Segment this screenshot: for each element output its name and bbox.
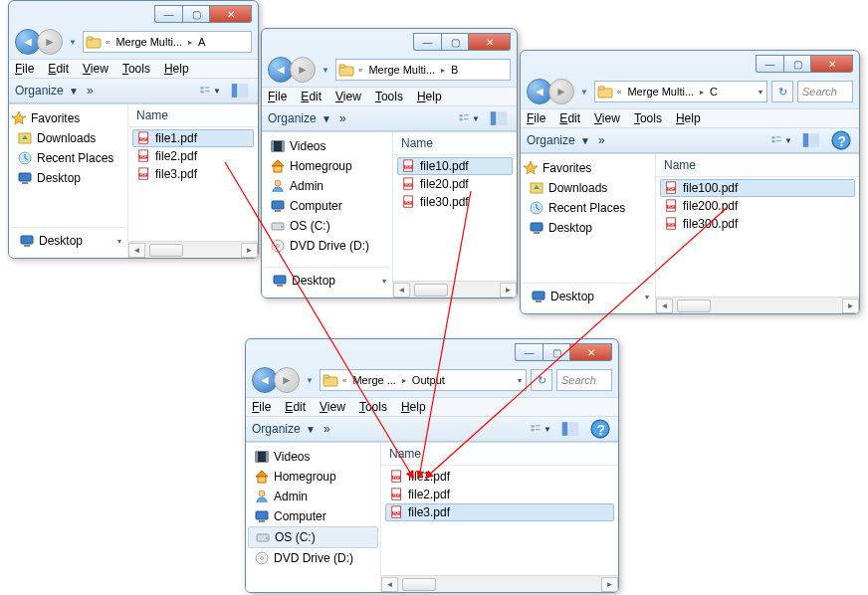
- nav-forward-button[interactable]: ►: [290, 57, 316, 83]
- nav-downloads[interactable]: Downloads: [523, 178, 653, 198]
- preview-pane-icon[interactable]: [487, 109, 511, 127]
- breadcrumb-current[interactable]: Output: [408, 374, 449, 386]
- menu-view[interactable]: View: [83, 62, 108, 76]
- menu-view[interactable]: View: [594, 111, 620, 125]
- nav-history-dropdown[interactable]: ▼: [67, 29, 79, 55]
- nav-history-dropdown[interactable]: ▼: [578, 79, 590, 104]
- file-row[interactable]: file2.pdf: [132, 147, 254, 165]
- file-row[interactable]: file300.pdf: [660, 215, 855, 233]
- file-row[interactable]: file1.pdf: [132, 129, 254, 147]
- nav-videos[interactable]: Videos: [248, 447, 378, 467]
- nav-dvd-d[interactable]: DVD Drive (D:): [248, 548, 378, 568]
- toolbar-more[interactable]: »: [339, 111, 346, 125]
- column-header-name[interactable]: Name: [128, 104, 258, 127]
- column-header-name[interactable]: Name: [393, 132, 517, 155]
- organize-menu[interactable]: Organize ▼: [252, 422, 316, 436]
- refresh-button[interactable]: ↻: [771, 81, 793, 102]
- nav-forward-button[interactable]: ►: [37, 29, 63, 55]
- maximize-button[interactable]: ▢: [783, 55, 811, 73]
- menu-file[interactable]: File: [268, 90, 287, 103]
- minimize-button[interactable]: —: [515, 343, 542, 361]
- breadcrumb-current[interactable]: B: [447, 64, 462, 76]
- menu-view[interactable]: View: [320, 400, 345, 414]
- breadcrumb-current[interactable]: C: [706, 86, 722, 98]
- menu-edit[interactable]: Edit: [301, 90, 322, 103]
- file-row[interactable]: file1.pdf: [385, 468, 614, 486]
- minimize-button[interactable]: —: [154, 5, 182, 23]
- help-icon[interactable]: [829, 131, 853, 149]
- organize-menu[interactable]: Organize ▼: [268, 111, 331, 125]
- address-bar[interactable]: « Merge Multi... ▸ C ▾: [594, 81, 767, 102]
- file-row[interactable]: file30.pdf: [397, 193, 513, 211]
- menu-tools[interactable]: Tools: [122, 62, 150, 76]
- nav-history-dropdown[interactable]: ▼: [320, 57, 331, 83]
- search-input[interactable]: Search: [556, 369, 612, 391]
- address-bar[interactable]: « Merge Multi... ▸ B: [335, 59, 511, 81]
- nav-downloads[interactable]: Downloads: [11, 128, 125, 148]
- menu-file[interactable]: File: [527, 111, 545, 125]
- view-mode-icon[interactable]: ▼: [457, 109, 481, 127]
- breadcrumb-parent[interactable]: Merge ...: [348, 374, 399, 386]
- nav-dvd-d[interactable]: DVD Drive (D:): [264, 236, 390, 256]
- horizontal-scrollbar[interactable]: ◄►: [393, 281, 517, 298]
- nav-computer[interactable]: Computer: [248, 506, 378, 526]
- horizontal-scrollbar[interactable]: ◄►: [656, 297, 859, 313]
- organize-menu[interactable]: Organize ▼: [15, 84, 79, 98]
- nav-os-c[interactable]: OS (C:): [248, 526, 378, 548]
- help-icon[interactable]: [588, 420, 612, 438]
- organize-menu[interactable]: Organize ▼: [527, 133, 590, 147]
- nav-desktop[interactable]: Desktop: [523, 218, 653, 238]
- menu-file[interactable]: File: [252, 400, 271, 414]
- nav-admin[interactable]: Admin: [264, 176, 390, 196]
- view-mode-icon[interactable]: ▼: [769, 131, 793, 149]
- breadcrumb-parent[interactable]: Merge Multi...: [364, 64, 439, 76]
- preview-pane-icon[interactable]: [228, 82, 252, 99]
- menu-help[interactable]: Help: [417, 90, 442, 103]
- menu-help[interactable]: Help: [676, 111, 701, 125]
- close-button[interactable]: ✕: [469, 33, 511, 51]
- menu-help[interactable]: Help: [401, 400, 426, 414]
- nav-homegroup[interactable]: Homegroup: [264, 156, 390, 176]
- menu-help[interactable]: Help: [164, 62, 189, 76]
- nav-history-dropdown[interactable]: ▼: [304, 367, 316, 393]
- view-mode-icon[interactable]: ▼: [198, 82, 222, 99]
- menu-tools[interactable]: Tools: [375, 90, 403, 103]
- breadcrumb-parent[interactable]: Merge Multi...: [623, 86, 698, 98]
- breadcrumb-parent[interactable]: Merge Multi...: [111, 36, 186, 48]
- nav-homegroup[interactable]: Homegroup: [248, 467, 378, 487]
- maximize-button[interactable]: ▢: [441, 33, 469, 51]
- file-row[interactable]: file3.pdf: [385, 503, 614, 521]
- menu-edit[interactable]: Edit: [559, 111, 580, 125]
- search-input[interactable]: Search: [797, 81, 853, 102]
- nav-computer[interactable]: Computer: [264, 196, 390, 216]
- menu-tools[interactable]: Tools: [634, 111, 662, 125]
- nav-favorites-header[interactable]: Favorites: [523, 158, 653, 178]
- nav-desktop[interactable]: Desktop: [11, 168, 125, 188]
- maximize-button[interactable]: ▢: [542, 343, 570, 361]
- file-row[interactable]: file10.pdf: [397, 157, 513, 175]
- nav-videos[interactable]: Videos: [264, 136, 390, 156]
- preview-pane-icon[interactable]: [558, 420, 582, 438]
- nav-recent-places[interactable]: Recent Places: [523, 198, 653, 218]
- close-button[interactable]: ✕: [570, 343, 612, 361]
- maximize-button[interactable]: ▢: [182, 5, 210, 23]
- nav-os-c[interactable]: OS (C:): [264, 216, 390, 236]
- file-row[interactable]: file100.pdf: [660, 179, 855, 197]
- column-header-name[interactable]: Name: [381, 443, 618, 466]
- menu-view[interactable]: View: [335, 90, 361, 103]
- toolbar-more[interactable]: »: [598, 133, 605, 147]
- nav-forward-button[interactable]: ►: [274, 367, 300, 393]
- column-header-name[interactable]: Name: [656, 154, 859, 177]
- nav-admin[interactable]: Admin: [248, 487, 378, 506]
- breadcrumb-current[interactable]: A: [194, 36, 209, 48]
- file-row[interactable]: file20.pdf: [397, 175, 513, 193]
- nav-forward-button[interactable]: ►: [548, 79, 574, 104]
- menu-edit[interactable]: Edit: [285, 400, 306, 414]
- nav-footer-desktop[interactable]: Desktop▾: [266, 271, 388, 291]
- file-row[interactable]: file200.pdf: [660, 197, 855, 215]
- toolbar-more[interactable]: »: [87, 84, 94, 98]
- menu-edit[interactable]: Edit: [48, 62, 69, 76]
- horizontal-scrollbar[interactable]: ◄►: [381, 575, 618, 592]
- address-bar[interactable]: « Merge Multi... ▸ A: [83, 31, 252, 53]
- toolbar-more[interactable]: »: [324, 422, 330, 436]
